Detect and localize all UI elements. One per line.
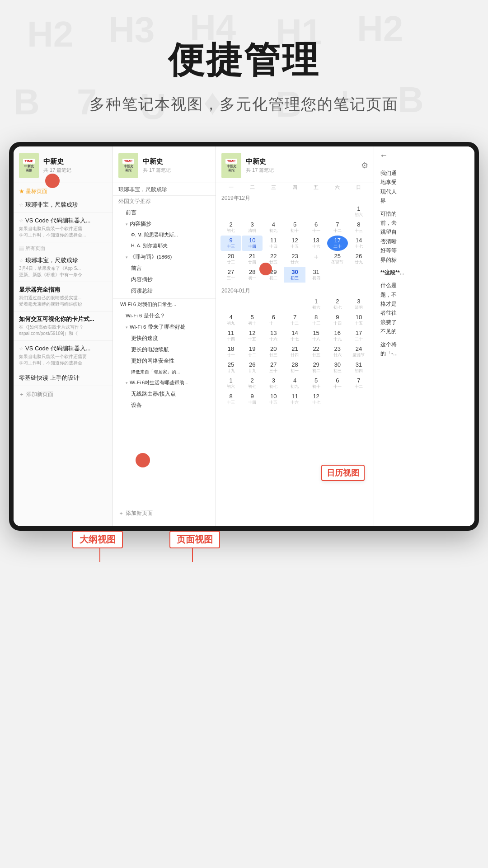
item-title: ☆ VS Code 代码编辑器入... bbox=[19, 217, 107, 225]
list-item[interactable]: ☆ 琅琊非宝，尺牍成珍 3月4日，苹果发布了《App S...更新。新版《标准》… bbox=[14, 253, 113, 282]
item-title: 如何交互可视化你的卡片式... bbox=[19, 315, 107, 323]
cal-notebook-info: 中新史 共 17 篇笔记 bbox=[246, 157, 274, 174]
outline-item[interactable]: 阅读总结 bbox=[113, 285, 216, 297]
outline-item[interactable]: 前言 bbox=[113, 263, 216, 274]
item-title: ☆ 琅琊非宝，尺牍成珍 bbox=[19, 201, 107, 209]
list-item[interactable]: 如何交互可视化你的卡片式... 在《[如何高效实践卡片式写作？sspai.com… bbox=[14, 311, 113, 341]
list-notebook-cover: TIME 中新史画报 bbox=[19, 153, 39, 178]
calendar-view-annotation: 日历视图 bbox=[321, 465, 365, 481]
outline-item[interactable]: 更好的网络安全性 bbox=[113, 355, 216, 367]
item-excerpt: 如果当电脑只能装一个软件还需学习工作时，不知道你的选择会... bbox=[19, 226, 107, 238]
outline-item[interactable]: ▾ Wi-Fi 6对生活有哪些帮助... bbox=[113, 377, 216, 388]
tablet-frame: TIME 中新史画报 中新史 共 17 篇笔记 ★ 星标页面 bbox=[9, 142, 479, 531]
list-notebook-name: 中新史 bbox=[43, 157, 71, 166]
outline-item[interactable]: ▾ 内容摘抄 bbox=[113, 218, 216, 230]
outline-item[interactable]: 前言 bbox=[113, 207, 216, 218]
outline-item[interactable]: 无线路由器/接入点 bbox=[113, 388, 216, 400]
star-label: ★ 星标页面 bbox=[19, 188, 47, 194]
item-title: ☆ VS Code 代码编辑器入... bbox=[19, 344, 107, 353]
item-excerpt: 在《[如何高效实践卡片式写作？sspai.com/post/59109]）和《 bbox=[19, 324, 107, 337]
cal-month-label: 2019年12月 bbox=[216, 193, 374, 204]
outline-item[interactable]: H. A. 别尔嘉耶夫 bbox=[113, 241, 216, 251]
cal-notebook-cover: TIME 中新史画报 bbox=[221, 153, 241, 178]
outline-notebook-header: TIME 中新史画报 中新史 共 17 篇笔记 bbox=[113, 146, 216, 183]
list-item[interactable]: 显示器完全指南 我们通过自己的眼睛感受实世...受着毫无束缚的视野与绚烂缤纷 bbox=[14, 282, 113, 311]
annotation-area: 大纲视图 页面视图 bbox=[9, 522, 479, 603]
page-view-annotation: 页面视图 bbox=[169, 531, 220, 562]
header-section: 便捷管理 多种笔记本视图，多元化管理您的笔记页面 bbox=[0, 0, 488, 142]
outline-item[interactable]: Φ. M. 陀思妥耶夫斯... bbox=[113, 230, 216, 241]
touch-indicator-2 bbox=[136, 453, 150, 467]
outline-item[interactable]: Wi-Fi 6 是什么？ bbox=[113, 310, 216, 321]
device-area: TIME 中新史画报 中新史 共 17 篇笔记 ★ 星标页面 bbox=[5, 142, 483, 603]
list-notebook-header: TIME 中新史画报 中新史 共 17 篇笔记 bbox=[14, 146, 113, 183]
outline-view-annotation: 大纲视图 bbox=[72, 531, 123, 562]
outline-item[interactable]: 更长的电池续航 bbox=[113, 344, 216, 355]
item-title: 显示器完全指南 bbox=[19, 286, 107, 294]
cal-grid-dec: 1初六 2初七 3清明 4初九 5初十 6十一 7十二 8十三 9十三 10十四… bbox=[216, 204, 374, 283]
panel-list: TIME 中新史画报 中新史 共 17 篇笔记 ★ 星标页面 bbox=[14, 146, 113, 526]
outline-item[interactable]: 更快的速度 bbox=[113, 333, 216, 344]
cal-notebook-name: 中新史 bbox=[246, 157, 274, 166]
section-header: ▤ 所有页面 bbox=[14, 242, 113, 253]
cal-notebook-count: 共 17 篇笔记 bbox=[246, 167, 274, 174]
item-excerpt: 如果当电脑只能装一个软件还需要学习工作时，不知道你的选择会 bbox=[19, 354, 107, 366]
outline-item[interactable]: Wi-Fi 6 对我们的日常生... bbox=[113, 298, 216, 310]
outline-item[interactable]: 降低来自「邻居家」的... bbox=[113, 367, 216, 377]
item-title: 零基础快读 上手的设计 bbox=[19, 374, 107, 382]
item-excerpt: 3月4日，苹果发布了《App S...更新。新版《标准》中有一条令 bbox=[19, 265, 107, 278]
cal-month-label-2: 2020年01月 bbox=[216, 285, 374, 297]
outline-item[interactable]: 设备 bbox=[113, 400, 216, 411]
cal-grid-jan: 1初六 2初七 3清明 4初九 5初十 6十一 7十二 8十三 9十四 10十五… bbox=[216, 297, 374, 407]
panel-calendar: TIME 中新史画报 中新史 共 17 篇笔记 ⚙ 一 二 三 四 bbox=[216, 146, 374, 526]
list-item[interactable]: 零基础快读 上手的设计 bbox=[14, 370, 113, 386]
cal-weekdays: 一 二 三 四 五 六 日 bbox=[216, 183, 374, 192]
panel-outline: TIME 中新史画报 中新史 共 17 篇笔记 琅琊非宝，尺牍成珍 外国文学推荐… bbox=[113, 146, 216, 526]
tablet-inner: TIME 中新史画报 中新史 共 17 篇笔记 ★ 星标页面 bbox=[14, 146, 474, 526]
reading-content: 我们通地享受现代人界—— 可惜的前，去跳望自否清晰好等等界的标 **这段**..… bbox=[374, 165, 474, 365]
list-notebook-info: 中新史 共 17 篇笔记 bbox=[43, 157, 71, 174]
back-arrow-icon[interactable]: ← bbox=[380, 151, 388, 160]
outline-item[interactable]: ▾《罪与罚》(1866) bbox=[113, 251, 216, 263]
outline-item[interactable]: 外国文学推荐 bbox=[113, 196, 216, 207]
outline-item[interactable]: 内容摘抄 bbox=[113, 274, 216, 285]
reading-nav: ← bbox=[374, 146, 474, 165]
touch-indicator-1 bbox=[45, 174, 60, 188]
settings-icon[interactable]: ⚙ bbox=[361, 160, 368, 170]
outline-notebook-info: 中新史 共 17 篇笔记 bbox=[143, 157, 171, 174]
outline-notebook-count: 共 17 篇笔记 bbox=[143, 167, 171, 174]
outline-item[interactable]: ▾ Wi-Fi 6 带来了哪些好处 bbox=[113, 321, 216, 333]
sub-title: 多种笔记本视图，多元化管理您的笔记页面 bbox=[0, 94, 488, 115]
star-section: ★ 星标页面 bbox=[14, 183, 113, 197]
panel-reading: ← 我们通地享受现代人界—— 可惜的前，去跳望自否清晰好等等界的标 **这段**… bbox=[374, 146, 474, 526]
list-item[interactable]: ☆ VS Code 代码编辑器入... 如果当电脑只能装一个软件还需学习工作时，… bbox=[14, 213, 113, 242]
add-page-button[interactable]: ＋ 添加新页面 bbox=[14, 386, 113, 403]
outline-add-page[interactable]: ＋ 添加新页面 bbox=[113, 505, 216, 522]
outline-notebook-name: 中新史 bbox=[143, 157, 171, 166]
list-item[interactable]: ☆ 琅琊非宝，尺牍成珍 bbox=[14, 197, 113, 213]
item-excerpt: 我们通过自己的眼睛感受实世...受着毫无束缚的视野与绚烂缤纷 bbox=[19, 295, 107, 307]
cal-notebook-header: TIME 中新史画报 中新史 共 17 篇笔记 ⚙ bbox=[216, 146, 374, 183]
outline-notebook-cover: TIME 中新史画报 bbox=[118, 153, 138, 178]
item-title: ☆ 琅琊非宝，尺牍成珍 bbox=[19, 256, 107, 264]
list-notebook-count: 共 17 篇笔记 bbox=[43, 167, 71, 174]
main-title: 便捷管理 bbox=[0, 36, 488, 85]
outline-page-title: 琅琊非宝，尺牍成珍 bbox=[113, 183, 216, 196]
list-item[interactable]: ☆ VS Code 代码编辑器入... 如果当电脑只能装一个软件还需要学习工作时… bbox=[14, 341, 113, 370]
